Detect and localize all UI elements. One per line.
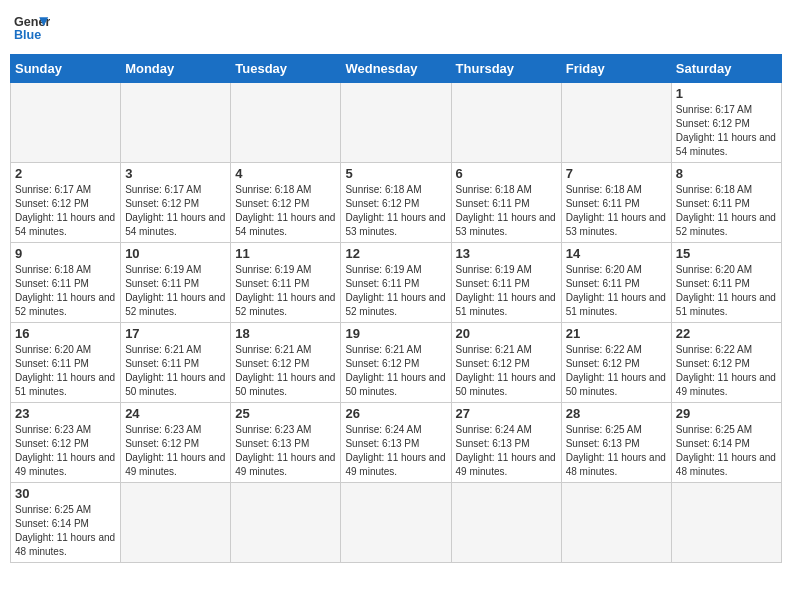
day-number: 17 — [125, 326, 226, 341]
weekday-header-saturday: Saturday — [671, 55, 781, 83]
day-info: Sunrise: 6:20 AMSunset: 6:11 PMDaylight:… — [676, 263, 777, 319]
calendar-cell: 28Sunrise: 6:25 AMSunset: 6:13 PMDayligh… — [561, 403, 671, 483]
day-info: Sunrise: 6:24 AMSunset: 6:13 PMDaylight:… — [345, 423, 446, 479]
calendar-cell: 7Sunrise: 6:18 AMSunset: 6:11 PMDaylight… — [561, 163, 671, 243]
day-number: 28 — [566, 406, 667, 421]
day-info: Sunrise: 6:23 AMSunset: 6:12 PMDaylight:… — [15, 423, 116, 479]
svg-text:Blue: Blue — [14, 28, 41, 42]
day-number: 30 — [15, 486, 116, 501]
calendar-cell: 4Sunrise: 6:18 AMSunset: 6:12 PMDaylight… — [231, 163, 341, 243]
calendar-cell: 2Sunrise: 6:17 AMSunset: 6:12 PMDaylight… — [11, 163, 121, 243]
calendar-cell: 14Sunrise: 6:20 AMSunset: 6:11 PMDayligh… — [561, 243, 671, 323]
calendar-week-row: 23Sunrise: 6:23 AMSunset: 6:12 PMDayligh… — [11, 403, 782, 483]
weekday-header-friday: Friday — [561, 55, 671, 83]
calendar-week-row: 1Sunrise: 6:17 AMSunset: 6:12 PMDaylight… — [11, 83, 782, 163]
calendar-cell — [231, 483, 341, 563]
day-number: 13 — [456, 246, 557, 261]
calendar-cell: 27Sunrise: 6:24 AMSunset: 6:13 PMDayligh… — [451, 403, 561, 483]
day-number: 21 — [566, 326, 667, 341]
calendar-cell: 3Sunrise: 6:17 AMSunset: 6:12 PMDaylight… — [121, 163, 231, 243]
day-info: Sunrise: 6:21 AMSunset: 6:12 PMDaylight:… — [345, 343, 446, 399]
day-number: 6 — [456, 166, 557, 181]
calendar-cell: 25Sunrise: 6:23 AMSunset: 6:13 PMDayligh… — [231, 403, 341, 483]
calendar-cell — [451, 483, 561, 563]
weekday-header-thursday: Thursday — [451, 55, 561, 83]
calendar-cell: 16Sunrise: 6:20 AMSunset: 6:11 PMDayligh… — [11, 323, 121, 403]
calendar-week-row: 2Sunrise: 6:17 AMSunset: 6:12 PMDaylight… — [11, 163, 782, 243]
day-number: 24 — [125, 406, 226, 421]
day-info: Sunrise: 6:18 AMSunset: 6:12 PMDaylight:… — [235, 183, 336, 239]
day-number: 16 — [15, 326, 116, 341]
calendar-cell: 12Sunrise: 6:19 AMSunset: 6:11 PMDayligh… — [341, 243, 451, 323]
day-number: 29 — [676, 406, 777, 421]
day-number: 25 — [235, 406, 336, 421]
calendar-cell: 18Sunrise: 6:21 AMSunset: 6:12 PMDayligh… — [231, 323, 341, 403]
day-info: Sunrise: 6:25 AMSunset: 6:14 PMDaylight:… — [15, 503, 116, 559]
calendar-cell — [121, 483, 231, 563]
calendar-week-row: 9Sunrise: 6:18 AMSunset: 6:11 PMDaylight… — [11, 243, 782, 323]
day-info: Sunrise: 6:20 AMSunset: 6:11 PMDaylight:… — [15, 343, 116, 399]
calendar-cell — [231, 83, 341, 163]
day-info: Sunrise: 6:18 AMSunset: 6:11 PMDaylight:… — [456, 183, 557, 239]
calendar-cell: 11Sunrise: 6:19 AMSunset: 6:11 PMDayligh… — [231, 243, 341, 323]
calendar-cell — [121, 83, 231, 163]
day-number: 10 — [125, 246, 226, 261]
day-info: Sunrise: 6:19 AMSunset: 6:11 PMDaylight:… — [345, 263, 446, 319]
calendar-cell: 17Sunrise: 6:21 AMSunset: 6:11 PMDayligh… — [121, 323, 231, 403]
day-info: Sunrise: 6:18 AMSunset: 6:11 PMDaylight:… — [676, 183, 777, 239]
calendar-cell: 10Sunrise: 6:19 AMSunset: 6:11 PMDayligh… — [121, 243, 231, 323]
day-info: Sunrise: 6:21 AMSunset: 6:11 PMDaylight:… — [125, 343, 226, 399]
day-info: Sunrise: 6:18 AMSunset: 6:11 PMDaylight:… — [15, 263, 116, 319]
calendar-cell — [561, 483, 671, 563]
day-number: 1 — [676, 86, 777, 101]
day-info: Sunrise: 6:19 AMSunset: 6:11 PMDaylight:… — [235, 263, 336, 319]
day-number: 19 — [345, 326, 446, 341]
calendar-cell: 9Sunrise: 6:18 AMSunset: 6:11 PMDaylight… — [11, 243, 121, 323]
logo: General Blue — [14, 10, 50, 46]
weekday-header-row: SundayMondayTuesdayWednesdayThursdayFrid… — [11, 55, 782, 83]
weekday-header-sunday: Sunday — [11, 55, 121, 83]
calendar-cell: 26Sunrise: 6:24 AMSunset: 6:13 PMDayligh… — [341, 403, 451, 483]
calendar-cell: 19Sunrise: 6:21 AMSunset: 6:12 PMDayligh… — [341, 323, 451, 403]
day-number: 8 — [676, 166, 777, 181]
day-number: 27 — [456, 406, 557, 421]
calendar-cell: 30Sunrise: 6:25 AMSunset: 6:14 PMDayligh… — [11, 483, 121, 563]
day-number: 12 — [345, 246, 446, 261]
day-info: Sunrise: 6:20 AMSunset: 6:11 PMDaylight:… — [566, 263, 667, 319]
calendar-cell — [341, 83, 451, 163]
calendar-cell: 21Sunrise: 6:22 AMSunset: 6:12 PMDayligh… — [561, 323, 671, 403]
calendar-cell — [561, 83, 671, 163]
day-info: Sunrise: 6:23 AMSunset: 6:12 PMDaylight:… — [125, 423, 226, 479]
calendar-cell: 23Sunrise: 6:23 AMSunset: 6:12 PMDayligh… — [11, 403, 121, 483]
day-number: 18 — [235, 326, 336, 341]
day-info: Sunrise: 6:18 AMSunset: 6:11 PMDaylight:… — [566, 183, 667, 239]
day-info: Sunrise: 6:23 AMSunset: 6:13 PMDaylight:… — [235, 423, 336, 479]
calendar-cell — [451, 83, 561, 163]
calendar-cell: 29Sunrise: 6:25 AMSunset: 6:14 PMDayligh… — [671, 403, 781, 483]
day-info: Sunrise: 6:17 AMSunset: 6:12 PMDaylight:… — [15, 183, 116, 239]
weekday-header-tuesday: Tuesday — [231, 55, 341, 83]
day-number: 20 — [456, 326, 557, 341]
day-info: Sunrise: 6:17 AMSunset: 6:12 PMDaylight:… — [125, 183, 226, 239]
calendar-cell — [671, 483, 781, 563]
day-number: 26 — [345, 406, 446, 421]
calendar-cell: 6Sunrise: 6:18 AMSunset: 6:11 PMDaylight… — [451, 163, 561, 243]
calendar-cell: 8Sunrise: 6:18 AMSunset: 6:11 PMDaylight… — [671, 163, 781, 243]
day-number: 5 — [345, 166, 446, 181]
day-info: Sunrise: 6:18 AMSunset: 6:12 PMDaylight:… — [345, 183, 446, 239]
day-number: 14 — [566, 246, 667, 261]
day-info: Sunrise: 6:19 AMSunset: 6:11 PMDaylight:… — [456, 263, 557, 319]
day-info: Sunrise: 6:25 AMSunset: 6:13 PMDaylight:… — [566, 423, 667, 479]
day-number: 4 — [235, 166, 336, 181]
calendar-table: SundayMondayTuesdayWednesdayThursdayFrid… — [10, 54, 782, 563]
day-number: 7 — [566, 166, 667, 181]
calendar-cell: 15Sunrise: 6:20 AMSunset: 6:11 PMDayligh… — [671, 243, 781, 323]
calendar-cell: 5Sunrise: 6:18 AMSunset: 6:12 PMDaylight… — [341, 163, 451, 243]
day-number: 23 — [15, 406, 116, 421]
weekday-header-wednesday: Wednesday — [341, 55, 451, 83]
day-info: Sunrise: 6:22 AMSunset: 6:12 PMDaylight:… — [566, 343, 667, 399]
day-number: 3 — [125, 166, 226, 181]
day-number: 11 — [235, 246, 336, 261]
calendar-cell: 13Sunrise: 6:19 AMSunset: 6:11 PMDayligh… — [451, 243, 561, 323]
day-info: Sunrise: 6:25 AMSunset: 6:14 PMDaylight:… — [676, 423, 777, 479]
